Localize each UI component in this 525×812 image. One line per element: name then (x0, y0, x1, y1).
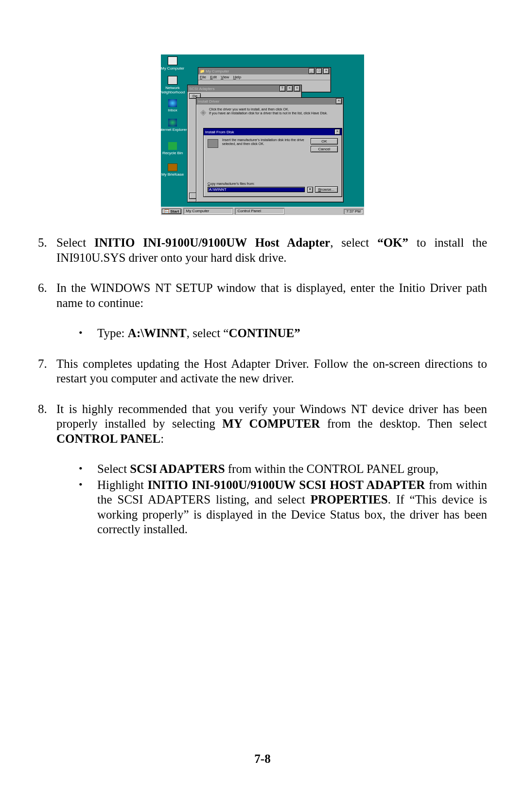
document-page: My Computer Network Neighborhood Inbox I… (38, 0, 487, 538)
copy-from-label: CCopy manufacturer's files from:opy manu… (208, 182, 338, 185)
menu-file[interactable]: File (200, 75, 206, 79)
bullet-icon: • (79, 462, 97, 477)
desktop-icon-briefcase: My Briefcase (158, 163, 187, 177)
path-value: A:\WINNT (209, 187, 227, 192)
close-icon[interactable]: × (294, 86, 300, 91)
disk-icon (208, 139, 218, 148)
close-icon[interactable]: × (336, 98, 342, 104)
close-icon[interactable]: × (287, 86, 293, 91)
title-text: SCSI Adapters (189, 87, 214, 91)
menu-bar: File Edit View Help (198, 74, 331, 80)
install-driver-text: Click the driver you want to install, an… (209, 108, 328, 117)
path-input[interactable]: A:\WINNT (208, 187, 305, 192)
title-text: My Computer (206, 69, 229, 73)
step-number: 8. (38, 402, 56, 447)
bullet-icon: • (79, 326, 97, 341)
dropdown-icon[interactable]: ▾ (307, 187, 313, 193)
step-7: 7. This completes updating the Host Adap… (38, 357, 487, 386)
window-install-from-disk: Install From Disk × Insert the manufactu… (203, 128, 342, 197)
icon-label: Recycle Bin (162, 151, 183, 155)
step-6: 6. In the WINDOWS NT SETUP window that i… (38, 281, 487, 310)
taskbar: 🪟 Start My Computer Control Panel 7:37 P… (161, 207, 364, 215)
step-5: 5. Select INITIO INI-9100U/9100UW Host A… (38, 235, 487, 265)
desktop-icon-recycle: Recycle Bin (158, 142, 187, 155)
cancel-button[interactable]: Cancel (311, 146, 338, 152)
install-from-disk-text: Insert the manufacturer's installation d… (222, 138, 307, 146)
titlebar: Install Driver × (196, 98, 343, 105)
ok-button[interactable]: OK (311, 138, 338, 144)
icon-label: Internet Explorer (158, 127, 187, 132)
taskbar-my-computer[interactable]: My Computer (183, 208, 233, 215)
desktop-icon-my-computer: My Computer (158, 56, 187, 71)
window-install-driver: Install Driver × ◈ Click the driver you … (196, 97, 344, 202)
instruction-text: 5. Select INITIO INI-9100U/9100UW Host A… (38, 235, 487, 537)
step-number: 7. (38, 357, 56, 386)
titlebar: 📁 My Computer _ □ × (198, 68, 331, 74)
step-8-sub: • Select SCSI ADAPTERS from within the C… (79, 462, 487, 537)
driver-icon: ◈ (200, 108, 206, 117)
step-6-sub: • Type: A:\WINNT, select “CONTINUE” (79, 326, 487, 341)
bullet-icon: • (79, 478, 97, 537)
title-text: Install From Disk (205, 130, 234, 134)
icon-label: My Computer (161, 66, 184, 71)
step-8: 8. It is highly recommended that you ver… (38, 402, 487, 447)
minimize-icon[interactable]: _ (309, 68, 315, 74)
desktop-icon-ie: Internet Explorer (158, 119, 187, 132)
close-icon[interactable]: × (323, 68, 329, 74)
taskbar-control-panel[interactable]: Control Panel (235, 208, 284, 215)
menu-view[interactable]: View (221, 75, 229, 79)
close-icon[interactable]: × (334, 129, 340, 135)
windows-nt-screenshot: My Computer Network Neighborhood Inbox I… (161, 54, 364, 215)
titlebar: SCSI Adapters ? × × (188, 85, 301, 92)
desktop-icon-network: Network Neighborhood (158, 76, 187, 94)
icon-label: My Briefcase (161, 172, 184, 177)
icon-label: Network Neighborhood (160, 86, 185, 94)
icon-label: Inbox (168, 108, 177, 112)
step-number: 5. (38, 235, 56, 265)
taskbar-clock: 7:37 PM (344, 209, 363, 214)
title-text: Install Driver (198, 99, 219, 104)
start-button[interactable]: 🪟 Start (162, 209, 181, 214)
help-icon[interactable]: ? (280, 86, 285, 91)
menu-help[interactable]: Help (233, 75, 241, 79)
browse-button[interactable]: Browse... (315, 186, 338, 193)
desktop-icon-inbox: Inbox (158, 99, 187, 112)
titlebar: Install From Disk × (204, 128, 342, 135)
menu-edit[interactable]: Edit (210, 75, 217, 79)
maximize-icon[interactable]: □ (316, 68, 322, 74)
step-number: 6. (38, 281, 56, 310)
page-number: 7-8 (0, 752, 525, 766)
